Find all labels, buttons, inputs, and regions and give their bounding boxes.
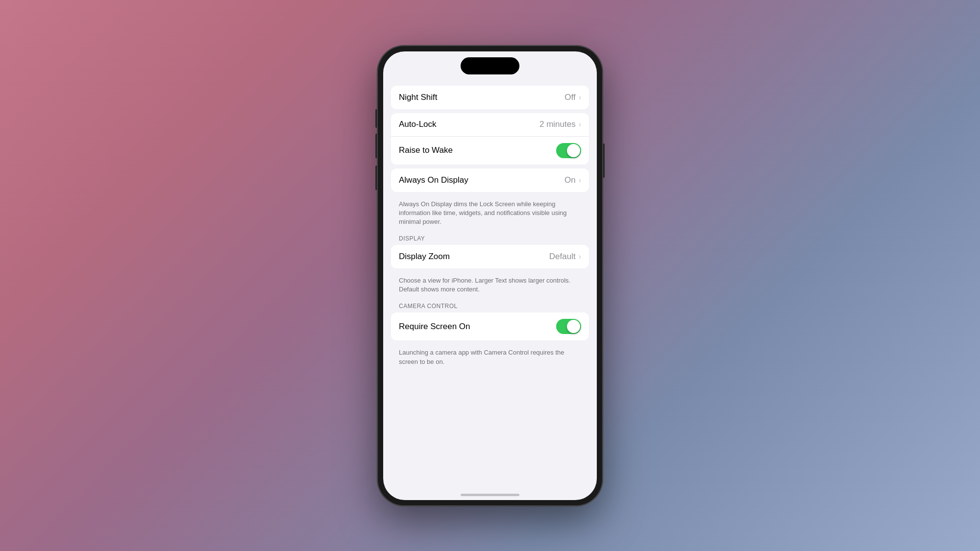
dynamic-island	[461, 57, 519, 74]
auto-lock-row[interactable]: Auto-Lock 2 minutes ›	[391, 113, 589, 137]
auto-lock-right: 2 minutes ›	[539, 120, 581, 129]
settings-list: Night Shift Off › Auto-Lock 2 min	[383, 51, 597, 500]
power-button[interactable]	[603, 144, 605, 178]
always-on-display-row[interactable]: Always On Display On ›	[391, 168, 589, 192]
display-zoom-value: Default	[549, 252, 576, 262]
display-group: Display Zoom Default ›	[391, 245, 589, 268]
silent-button[interactable]	[375, 109, 377, 128]
display-zoom-row[interactable]: Display Zoom Default ›	[391, 245, 589, 268]
display-section-header: DISPLAY	[383, 231, 597, 245]
screen-content: Night Shift Off › Auto-Lock 2 min	[383, 51, 597, 500]
require-screen-on-label: Require Screen On	[399, 322, 470, 332]
always-on-display-value: On	[564, 175, 576, 185]
night-shift-value: Off	[564, 93, 575, 102]
raise-to-wake-toggle[interactable]	[556, 143, 581, 158]
phone-wrapper: Night Shift Off › Auto-Lock 2 min	[377, 46, 603, 506]
display-zoom-right: Default ›	[549, 252, 581, 262]
require-screen-on-toggle-thumb	[567, 320, 580, 333]
volume-up-button[interactable]	[375, 134, 377, 158]
display-zoom-label: Display Zoom	[399, 252, 450, 262]
auto-lock-label: Auto-Lock	[399, 120, 437, 129]
night-shift-label: Night Shift	[399, 93, 437, 102]
raise-to-wake-row: Raise to Wake	[391, 137, 589, 165]
auto-lock-value: 2 minutes	[539, 120, 576, 129]
night-shift-right: Off ›	[564, 93, 581, 102]
require-screen-on-description: Launching a camera app with Camera Contr…	[383, 344, 597, 371]
require-screen-on-toggle[interactable]	[556, 319, 581, 334]
lock-group: Auto-Lock 2 minutes › Raise to Wake	[391, 113, 589, 165]
always-on-display-label: Always On Display	[399, 175, 468, 185]
camera-control-section-header: CAMERA CONTROL	[383, 299, 597, 312]
display-zoom-description: Choose a view for iPhone. Larger Text sh…	[383, 272, 597, 299]
raise-to-wake-label: Raise to Wake	[399, 145, 453, 155]
camera-control-group: Require Screen On	[391, 312, 589, 340]
always-on-display-chevron-icon: ›	[579, 176, 581, 185]
display-zoom-chevron-icon: ›	[579, 252, 581, 261]
night-shift-chevron-icon: ›	[579, 93, 581, 102]
home-indicator	[461, 494, 519, 496]
night-shift-row[interactable]: Night Shift Off ›	[391, 86, 589, 109]
phone-frame: Night Shift Off › Auto-Lock 2 min	[377, 46, 603, 506]
volume-down-button[interactable]	[375, 166, 377, 190]
night-shift-group: Night Shift Off ›	[391, 86, 589, 109]
require-screen-on-row: Require Screen On	[391, 312, 589, 340]
always-on-display-description: Always On Display dims the Lock Screen w…	[383, 196, 597, 232]
always-on-group: Always On Display On ›	[391, 168, 589, 192]
phone-screen: Night Shift Off › Auto-Lock 2 min	[383, 51, 597, 500]
always-on-display-right: On ›	[564, 175, 581, 185]
raise-to-wake-toggle-thumb	[567, 144, 580, 157]
auto-lock-chevron-icon: ›	[579, 120, 581, 129]
